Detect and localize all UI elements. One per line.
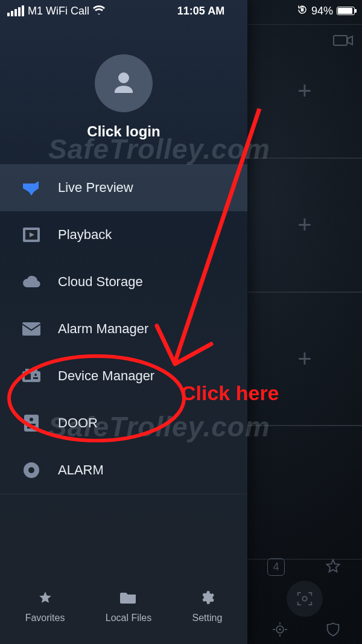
menu-item-alarm[interactable]: ALARM xyxy=(0,447,247,494)
intercom-icon xyxy=(21,414,42,432)
avatar[interactable] xyxy=(95,54,153,112)
tab-setting[interactable]: Setting xyxy=(192,588,223,623)
menu-item-door[interactable]: DOOR xyxy=(0,400,247,447)
preview-grid: + + + xyxy=(247,24,362,560)
svg-point-1 xyxy=(302,596,307,601)
svg-rect-12 xyxy=(25,369,29,371)
cloud-icon xyxy=(21,273,42,291)
battery-percent: 94% xyxy=(311,5,333,18)
menu-item-cloud-storage[interactable]: Cloud Storage xyxy=(0,258,247,305)
focus-icon[interactable] xyxy=(287,581,323,617)
star-outline-icon[interactable] xyxy=(325,558,341,577)
tab-local-files[interactable]: Local Files xyxy=(106,588,151,623)
svg-rect-17 xyxy=(27,427,36,429)
login-link[interactable]: Click login xyxy=(0,123,247,140)
svg-rect-11 xyxy=(33,377,38,379)
grid-cell[interactable]: + xyxy=(247,292,362,426)
svg-point-3 xyxy=(279,628,281,631)
svg-point-19 xyxy=(28,467,34,473)
folder-icon xyxy=(119,588,138,607)
plus-icon: + xyxy=(297,77,311,104)
menu-label: Live Preview xyxy=(58,180,133,196)
grid-size-badge[interactable]: 4 xyxy=(267,558,284,576)
star-icon xyxy=(36,588,54,607)
side-drawer: Click login Live Preview Playback Cloud … xyxy=(0,0,247,644)
menu-label: DOOR xyxy=(58,415,98,431)
tab-label: Setting xyxy=(192,613,223,623)
camera-icon xyxy=(21,179,42,197)
bottom-toolbar: 4 xyxy=(247,553,362,644)
menu-item-device-manager[interactable]: Device Manager xyxy=(0,352,247,400)
plus-icon: + xyxy=(297,211,311,238)
menu-label: Playback xyxy=(58,227,112,243)
menu-item-playback[interactable]: Playback xyxy=(0,211,247,258)
wifi-icon xyxy=(93,5,105,18)
menu-item-live-preview[interactable]: Live Preview xyxy=(0,164,247,211)
menu-label: ALARM xyxy=(58,462,104,478)
battery-icon xyxy=(337,7,355,15)
menu-label: Device Manager xyxy=(58,368,154,384)
tab-label: Favorites xyxy=(25,613,65,623)
carrier-label: M1 WiFi Call xyxy=(28,5,89,18)
drawer-header: Click login xyxy=(0,0,247,164)
svg-point-10 xyxy=(34,374,37,376)
device-icon xyxy=(21,367,42,385)
disc-icon xyxy=(21,461,42,479)
drawer-menu: Live Preview Playback Cloud Storage Alar… xyxy=(0,164,247,494)
locate-icon[interactable] xyxy=(272,621,288,640)
menu-item-alarm-manager[interactable]: Alarm Manager xyxy=(0,305,247,352)
svg-rect-14 xyxy=(24,415,39,432)
person-icon xyxy=(109,69,138,98)
menu-label: Cloud Storage xyxy=(58,274,143,290)
tab-favorites[interactable]: Favorites xyxy=(25,588,65,623)
menu-label: Alarm Manager xyxy=(58,321,148,337)
svg-rect-9 xyxy=(25,374,31,380)
status-bar: M1 WiFi Call 11:05 AM 94% xyxy=(0,0,362,22)
shield-icon[interactable] xyxy=(325,621,341,640)
svg-rect-16 xyxy=(27,424,36,426)
svg-rect-13 xyxy=(34,369,37,371)
signal-icon xyxy=(7,5,24,16)
plus-icon: + xyxy=(297,345,311,372)
grid-cell[interactable] xyxy=(247,426,362,560)
svg-rect-20 xyxy=(301,8,304,11)
drawer-tabs: Favorites Local Files Setting xyxy=(0,575,247,644)
clock: 11:05 AM xyxy=(177,5,224,18)
svg-point-15 xyxy=(30,418,33,421)
grid-cell[interactable]: + xyxy=(247,24,362,158)
divider xyxy=(0,494,247,494)
mail-icon xyxy=(21,320,42,338)
grid-cell[interactable]: + xyxy=(247,158,362,292)
film-icon xyxy=(21,226,42,244)
gear-icon xyxy=(198,588,216,607)
rotation-lock-icon xyxy=(297,4,308,18)
tab-label: Local Files xyxy=(106,613,151,623)
svg-rect-7 xyxy=(22,322,40,336)
